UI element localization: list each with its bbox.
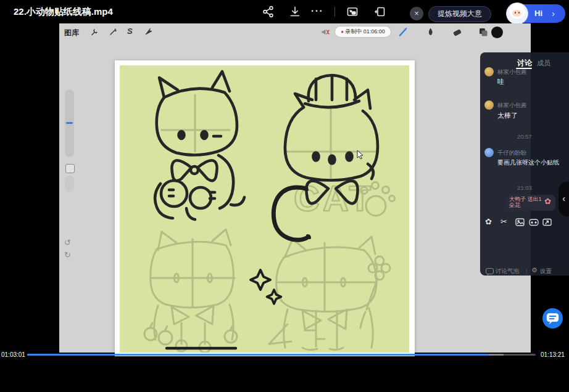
close-icon[interactable]: × [410, 7, 423, 20]
chat-timestamp: 20:57 [480, 133, 569, 140]
avatar[interactable] [484, 67, 494, 76]
recording-status: 录制中 01:06:00 [345, 28, 385, 35]
opacity-slider[interactable] [65, 176, 74, 192]
flower-icon: ✿ [544, 197, 551, 206]
transform-arrow-icon [144, 27, 153, 36]
chat-message: 太棒了 [497, 111, 518, 120]
brush-tool-icon[interactable] [397, 27, 409, 38]
chat-username: 千仔的盼盼 [497, 149, 527, 157]
slider-handle[interactable] [66, 122, 73, 124]
progress-played [27, 354, 489, 356]
recording-status-pill: ●录制中 01:06:00 [335, 27, 391, 37]
undo-icon[interactable]: ↺ [64, 238, 71, 247]
download-icon[interactable] [289, 6, 301, 18]
gift-text: 大鸭子 送出1朵花 [509, 196, 546, 208]
video-title: 22.小动物贴纸线稿.mp4 [14, 0, 113, 23]
chevron-left-icon: ‹ [562, 194, 565, 203]
total-time: 01:13:21 [541, 351, 565, 358]
discussion-bubbles-toggle[interactable]: 讨论气泡 [496, 267, 519, 276]
cast-screen-icon[interactable] [374, 6, 386, 18]
clip-scissors-icon[interactable]: ✂ [500, 217, 507, 226]
video-frame-drawing-app[interactable]: 图库 S ●录制中 01:06:00 [59, 23, 531, 353]
footer-divider: | [526, 267, 527, 274]
cat-line-art: CAT [120, 65, 409, 353]
panel-collapse-handle[interactable]: ‹ [559, 182, 569, 216]
gallery-button: 图库 [64, 28, 79, 38]
eraser-tool-icon[interactable] [452, 27, 463, 38]
ink-lines [155, 71, 244, 219]
interaction-games-icon[interactable] [529, 218, 539, 226]
gear-icon[interactable]: ⚙ [531, 266, 538, 274]
modify-button[interactable] [65, 164, 75, 173]
avatar-eye [515, 12, 516, 14]
chat-settings[interactable]: 设置 [540, 267, 552, 276]
chat-username: 林家小包酱 [497, 102, 527, 110]
record-dot-icon: ● [341, 29, 344, 35]
chat-message: 哇 [497, 77, 504, 86]
selection-icon: S [127, 27, 133, 36]
tab-discussion[interactable]: 讨论 [517, 58, 532, 68]
summarize-video-button[interactable]: 提炼视频大意 [428, 6, 491, 22]
assistant-label: Hi [534, 4, 542, 23]
adjustments-wand-icon [109, 28, 117, 36]
mouse-cursor [357, 150, 364, 160]
muted-speaker-icon[interactable] [321, 28, 330, 36]
color-swatch[interactable] [491, 27, 503, 38]
chat-bubble-icon [486, 268, 494, 274]
redo-icon[interactable]: ↻ [64, 250, 71, 259]
smudge-tool-icon[interactable] [425, 27, 436, 38]
chat-lines-icon [542, 308, 563, 329]
tab-members[interactable]: 成员 [537, 59, 550, 68]
send-image-icon[interactable] [515, 218, 525, 226]
assistant-face-icon [512, 10, 521, 17]
current-time: 01:03:01 [1, 351, 25, 358]
player-controls: 倍速 高清 SVIP 字幕 查找 SVIP [0, 361, 569, 392]
avatar-eye [518, 12, 520, 14]
send-flower-icon[interactable]: ✿ [485, 217, 492, 226]
wrench-icon [90, 28, 99, 36]
chat-timestamp: 21:03 [480, 184, 569, 191]
sketch-word-cat: CAT [294, 178, 374, 218]
chat-panel: 讨论 成员 林家小包酱 哇 林家小包酱 太棒了 20:57 千仔的盼盼 要画几张… [480, 52, 569, 276]
more-icon[interactable]: ⋯ [310, 0, 323, 23]
share-icon[interactable] [262, 6, 275, 18]
screen: 22.小动物贴纸线稿.mp4 ⋯ × 提炼视频大意 Hi › 图库 [0, 0, 569, 392]
progress-track[interactable] [27, 354, 536, 356]
chat-message: 要画几张呀这个小贴纸 [497, 158, 559, 167]
layers-icon[interactable] [478, 27, 489, 38]
top-bar: 22.小动物贴纸线稿.mp4 ⋯ × 提炼视频大意 Hi › [0, 0, 569, 23]
chat-bubble-tail [488, 274, 489, 276]
avatar[interactable] [484, 148, 494, 157]
chat-username: 林家小包酱 [497, 68, 527, 76]
avatar[interactable] [484, 100, 494, 110]
divider [334, 7, 335, 17]
share-bubble-icon[interactable] [542, 218, 552, 226]
canvas-artwork[interactable]: CAT [120, 65, 409, 353]
floating-chat-button[interactable] [542, 308, 563, 329]
chevron-right-icon: › [552, 4, 555, 22]
mini-window-icon[interactable] [346, 6, 359, 18]
